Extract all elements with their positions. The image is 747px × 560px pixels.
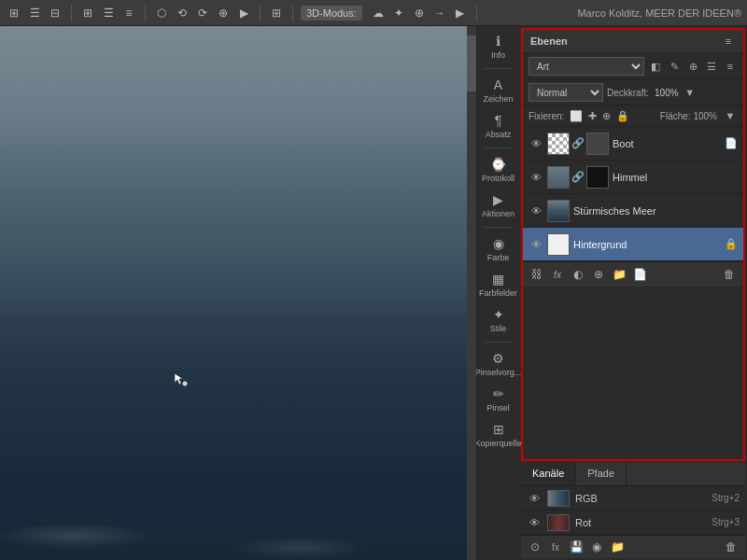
zeichen-icon: A (494, 77, 502, 92)
channel-eye-rgb[interactable]: 👁 (527, 491, 542, 506)
tab-kanaele[interactable]: Kanäle (521, 463, 576, 485)
layer-adjustment-button[interactable]: ⊕ (590, 266, 607, 283)
toolbar-icon-12[interactable]: ⊞ (268, 5, 285, 21)
toolbar-icon-7[interactable]: ⬡ (153, 5, 170, 21)
toolbar-icon-9[interactable]: ⟳ (194, 5, 211, 21)
sidebar-item-pinsel[interactable]: ✏ Pinsel (479, 383, 518, 416)
channels-bottom-toolbar: ⊙ fx 💾 ◉ 📁 🗑 (521, 535, 745, 558)
toolbar-icon-5[interactable]: ☰ (100, 5, 117, 21)
sidebar-label-info: Info (491, 50, 505, 60)
cursor-icon[interactable]: ⊕ (411, 5, 428, 21)
sidebar-label-farbe: Farbe (487, 253, 510, 262)
canvas-scrollbar-thumb[interactable] (467, 35, 476, 91)
sidebar-label-protokoll: Protokoll (482, 174, 514, 183)
channel-save[interactable]: 💾 (568, 539, 585, 555)
layer-row-boot[interactable]: 👁 🔗 Boot 📄 (523, 127, 743, 161)
sidebar-item-farbe[interactable]: ◉ Farbe (479, 232, 518, 266)
channel-name-rot: Rot (575, 517, 706, 528)
channel-folder[interactable]: 📁 (609, 539, 626, 555)
channel-row-rgb[interactable]: 👁 RGB Strg+2 (521, 486, 745, 511)
sidebar-divider-4 (485, 342, 513, 343)
layer-thumb-himmel-1 (547, 166, 570, 189)
settings-icon[interactable]: ✦ (390, 5, 407, 21)
sidebar-item-zeichen[interactable]: A Zeichen (479, 74, 518, 107)
channel-name-rgb: RGB (575, 493, 706, 504)
farbe-icon: ◉ (493, 236, 504, 251)
layer-chain-boot: 🔗 (571, 137, 585, 149)
layers-bottom-toolbar: ⛓ fx ◐ ⊕ 📁 📄 🗑 (523, 261, 743, 287)
channel-fx[interactable]: fx (547, 539, 564, 555)
layer-row-hintergrund[interactable]: 👁 Hintergrund 🔒 (523, 228, 743, 261)
layer-filter-icon-1[interactable]: ◧ (648, 59, 663, 74)
sidebar-divider-2 (485, 147, 513, 148)
layer-chain-himmel: 🔗 (571, 171, 585, 183)
layer-row-meer[interactable]: 👁 Stürmisches Meer (523, 194, 743, 228)
toolbar-icon-11[interactable]: ▶ (235, 5, 252, 21)
sidebar-item-stile[interactable]: ✦ Stile (479, 303, 518, 337)
channel-row-rot[interactable]: 👁 Rot Strg+3 (521, 511, 745, 535)
sidebar-item-farbfelder[interactable]: ▦ Farbfelder (479, 268, 518, 301)
toolbar-group-5: ☁ ✦ ⊕ → ▶ (370, 5, 477, 21)
layer-link-button[interactable]: ⛓ (529, 266, 545, 283)
arrow-icon[interactable]: → (431, 5, 448, 21)
channel-delete[interactable]: 🗑 (723, 539, 740, 555)
layer-delete-button[interactable]: 🗑 (721, 266, 738, 283)
toolbar-icon-4[interactable]: ⊞ (79, 5, 96, 21)
layer-row-himmel[interactable]: 👁 🔗 Himmel (523, 161, 743, 194)
sidebar-item-absatz[interactable]: ¶ Absatz (479, 109, 518, 143)
blend-toolbar: Normal Deckkraft: 100% ▼ (523, 80, 743, 105)
sidebar-item-info[interactable]: ℹ Info (479, 30, 518, 63)
blend-mode-select[interactable]: Normal (529, 83, 603, 102)
sidebar-item-protokoll[interactable]: ⌚ Protokoll (479, 153, 518, 187)
sidebar-label-stile: Stile (490, 324, 507, 333)
sidebar-item-aktionen[interactable]: ▶ Aktionen (479, 189, 518, 222)
layer-thumb-meer (547, 200, 570, 222)
flaeche-arrow-icon[interactable]: ▼ (723, 108, 738, 123)
layer-folder-button[interactable]: 📁 (611, 266, 627, 283)
channel-dotted-circle[interactable]: ⊙ (527, 539, 543, 555)
layer-eye-meer[interactable]: 👁 (529, 203, 543, 218)
toolbar-icon-3[interactable]: ⊟ (47, 5, 63, 21)
sidebar-item-kopierquelle[interactable]: ⊞ Kopierquelle (479, 418, 518, 452)
top-toolbar: ⊞ ☰ ⊟ ⊞ ☰ ≡ ⬡ ⟲ ⟳ ⊕ ▶ ⊞ 3D-Modus: ☁ ✦ ⊕ … (0, 0, 747, 26)
layer-name-hintergrund: Hintergrund (573, 239, 721, 250)
layer-thumb-boot-1 (547, 133, 570, 155)
toolbar-icon-8[interactable]: ⟲ (174, 5, 190, 21)
canvas-scrollbar[interactable] (467, 26, 476, 560)
channel-eye-rot[interactable]: 👁 (527, 515, 542, 530)
canvas-area[interactable] (0, 26, 476, 560)
layers-menu-icon[interactable]: ≡ (721, 34, 736, 49)
toolbar-icon-10[interactable]: ⊕ (215, 5, 232, 21)
channel-circle[interactable]: ◉ (588, 539, 605, 555)
layer-eye-hintergrund[interactable]: 👁 (529, 237, 543, 252)
lock-all-icon[interactable]: 🔒 (616, 110, 629, 122)
toolbar-icon-1[interactable]: ⊞ (6, 5, 22, 21)
tab-pfade[interactable]: Pfade (576, 463, 627, 485)
layer-filter-icon-4[interactable]: ☰ (704, 59, 719, 74)
pinselvorg-icon: ⚙ (492, 351, 504, 366)
layer-eye-himmel[interactable]: 👁 (529, 170, 543, 185)
lock-pixels-icon[interactable]: ⬜ (570, 110, 583, 122)
cloud-icon[interactable]: ☁ (370, 5, 387, 21)
3d-mode-label: 3D-Modus: (301, 6, 362, 21)
toolbar-icon-6[interactable]: ≡ (120, 5, 137, 21)
layer-thumb-hintergrund (547, 233, 570, 256)
info-icon: ℹ (496, 34, 500, 49)
layer-mask-button[interactable]: ◐ (570, 266, 586, 283)
layer-filter-icon-5[interactable]: ≡ (723, 59, 738, 74)
layer-eye-boot[interactable]: 👁 (529, 136, 543, 151)
layer-new-button[interactable]: 📄 (631, 266, 648, 283)
layer-filter-icon-2[interactable]: ✎ (667, 59, 682, 74)
toolbar-icon-2[interactable]: ☰ (26, 5, 43, 21)
lock-move-icon[interactable]: ✚ (588, 110, 597, 122)
layer-thumb-container-boot: 🔗 (547, 133, 609, 155)
layer-type-select[interactable]: Art (529, 57, 644, 76)
opacity-arrow-icon[interactable]: ▼ (683, 85, 698, 100)
layer-filter-icon-3[interactable]: ⊕ (685, 59, 700, 74)
sidebar-label-kopierquelle: Kopierquelle (474, 439, 521, 448)
layer-fx-button[interactable]: fx (549, 266, 566, 283)
sidebar-item-pinselvorg[interactable]: ⚙ Pinselvorg... (479, 347, 518, 381)
lock-artboards-icon[interactable]: ⊕ (602, 110, 611, 122)
video-icon[interactable]: ▶ (452, 5, 469, 21)
lock-toolbar: Fixieren: ⬜ ✚ ⊕ 🔒 Fläche: 100% ▼ (523, 105, 743, 127)
